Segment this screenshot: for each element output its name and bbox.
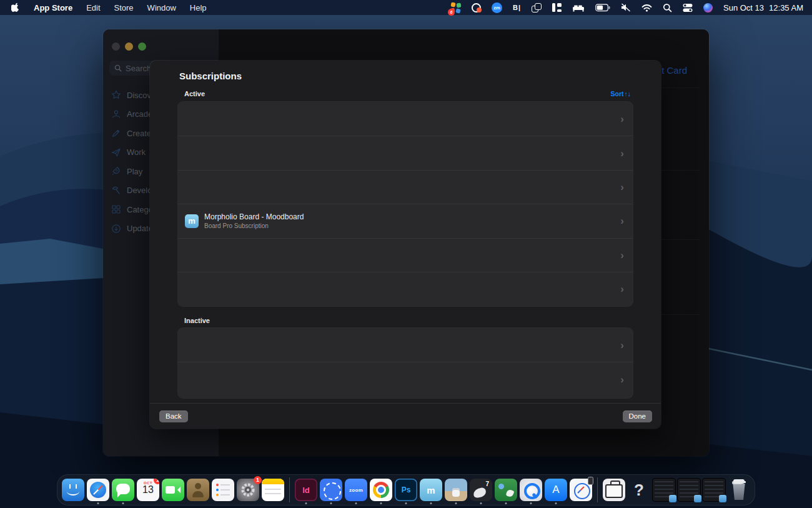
app-badge-icon <box>694 495 701 502</box>
chevron-right-icon: › <box>620 114 624 124</box>
modal-footer: Back Done <box>150 403 661 429</box>
morpholio-board-app-icon: m <box>185 214 199 228</box>
subscriptions-modal: Subscriptions Active Sort ↑↓ › › › m <box>150 61 661 429</box>
dock-unknown-app[interactable]: ? <box>628 479 650 501</box>
dock-briefcase-app[interactable] <box>603 479 625 501</box>
siri-icon[interactable] <box>703 2 713 13</box>
dock-minimized-window[interactable] <box>678 479 700 501</box>
subscription-row[interactable]: › <box>178 136 633 169</box>
running-indicator <box>480 502 482 504</box>
device-badge-icon <box>588 477 593 485</box>
dock-trash[interactable] <box>728 479 750 501</box>
subscription-row[interactable]: › <box>178 272 633 306</box>
window-manager-icon[interactable] <box>552 3 562 12</box>
back-button[interactable]: Back <box>159 411 188 422</box>
modal-title: Subscriptions <box>179 71 242 81</box>
sort-button[interactable]: Sort ↑↓ <box>611 90 631 97</box>
dock-app-store[interactable]: A <box>545 479 567 501</box>
spotlight-search-icon[interactable] <box>663 2 672 13</box>
dock-calendar[interactable]: 1 OCT 13 <box>137 479 159 501</box>
chevron-right-icon: › <box>620 374 624 385</box>
dock-facetime[interactable] <box>162 479 184 501</box>
menu-store[interactable]: Store <box>114 3 134 12</box>
app-menu-title[interactable]: App Store <box>34 3 72 12</box>
wifi-icon[interactable] <box>641 2 652 13</box>
running-indicator <box>122 502 124 504</box>
calendar-day: 13 <box>137 485 159 496</box>
subscription-row-morpholio-board[interactable]: m Morpholio Board - Moodboard Board Pro … <box>178 204 633 237</box>
bed-icon[interactable] <box>572 2 585 13</box>
dock-zoom[interactable]: zoom <box>345 479 367 501</box>
subscription-title: Morpholio Board - Moodboard <box>204 212 304 221</box>
dock-finder[interactable] <box>62 479 84 501</box>
dock-separator <box>597 477 598 502</box>
menu-bar-clock[interactable]: Sun Oct 13 12:35 AM <box>723 3 803 12</box>
active-subscriptions-card: › › › m Morpholio Board - Moodboard Boar… <box>178 102 633 306</box>
dock-notes[interactable] <box>262 479 284 501</box>
dock-green-3d-app[interactable] <box>495 479 517 501</box>
menu-bar: App Store Edit Store Window Help 6 zm B| <box>0 0 812 15</box>
dock-contacts[interactable] <box>187 479 209 501</box>
rhino-glyph: 7 <box>485 481 489 487</box>
app-store-glyph: A <box>552 484 559 496</box>
dock-system-settings[interactable]: 1 <box>237 479 259 501</box>
done-button[interactable]: Done <box>623 411 653 422</box>
app-badge-icon <box>719 495 726 502</box>
indesign-glyph: Id <box>302 486 310 495</box>
dock: 1 OCT 13 1 Id zoom Ps m 7 A ? <box>57 474 755 506</box>
running-indicator <box>97 502 99 504</box>
subscription-row[interactable]: › <box>178 362 633 396</box>
subscription-row[interactable]: › <box>178 238 633 272</box>
chevron-right-icon: › <box>620 340 624 351</box>
running-indicator <box>430 502 432 504</box>
bartender-icon[interactable]: B| <box>513 2 521 13</box>
dock-photoshop[interactable]: Ps <box>395 479 417 501</box>
apple-menu-icon[interactable] <box>11 2 20 12</box>
dock-signal[interactable] <box>320 479 342 501</box>
dock-reminders[interactable] <box>212 479 234 501</box>
dock-indesign[interactable]: Id <box>295 479 317 501</box>
dock-image-app[interactable] <box>445 479 467 501</box>
running-indicator <box>455 502 457 504</box>
dock-safari[interactable] <box>87 479 109 501</box>
subscription-row[interactable]: › <box>178 170 633 204</box>
running-indicator <box>330 502 332 504</box>
morpholio-glyph: m <box>427 485 435 496</box>
zoom-status-icon[interactable]: zm <box>492 2 502 13</box>
screen-record-icon[interactable] <box>472 2 481 13</box>
time-text: 12:35 AM <box>769 3 803 12</box>
battery-icon[interactable] <box>595 2 610 13</box>
app-store-window: Search Discover Arcade Create Work <box>103 29 709 456</box>
dock-rhino-7[interactable]: 7 <box>470 479 492 501</box>
dock-simulator[interactable] <box>570 479 592 501</box>
running-indicator <box>505 502 507 504</box>
desktop: App Store Edit Store Window Help 6 zm B| <box>0 0 812 508</box>
running-indicator <box>405 502 407 504</box>
chevron-right-icon: › <box>620 250 624 261</box>
photoshop-glyph: Ps <box>402 486 411 494</box>
volume-mute-icon[interactable] <box>621 2 631 13</box>
notification-badge: 1 <box>254 476 262 484</box>
clipboard-icon[interactable] <box>532 3 542 12</box>
pieces-badge: 6 <box>448 9 455 16</box>
pieces-status-icon[interactable]: 6 <box>450 2 461 13</box>
zoom-glyph: zoom <box>349 487 363 493</box>
running-indicator <box>530 502 532 504</box>
chevron-right-icon: › <box>620 216 624 226</box>
subscription-row[interactable]: › <box>178 328 633 362</box>
app-badge-icon <box>669 495 676 502</box>
menu-window[interactable]: Window <box>147 3 176 12</box>
dock-minimized-window[interactable] <box>653 479 675 501</box>
control-center-icon[interactable] <box>683 2 693 13</box>
dock-quicktime[interactable] <box>520 479 542 501</box>
dock-messages[interactable] <box>112 479 134 501</box>
menu-help[interactable]: Help <box>190 3 207 12</box>
menu-edit[interactable]: Edit <box>86 3 100 12</box>
inactive-section-label: Inactive <box>184 317 210 324</box>
dock-morpholio-board[interactable]: m <box>420 479 442 501</box>
inactive-subscriptions-card: › › <box>178 328 633 398</box>
dock-chrome[interactable] <box>370 479 392 501</box>
dock-minimized-window[interactable] <box>703 479 725 501</box>
chevron-right-icon: › <box>620 284 624 294</box>
subscription-row[interactable]: › <box>178 102 633 136</box>
